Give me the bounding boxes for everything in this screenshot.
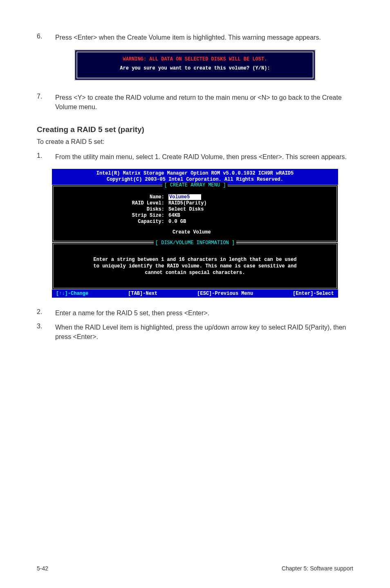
- capacity-value[interactable]: 0.0 GB: [168, 219, 186, 224]
- footer-select: [Enter]-Select: [293, 291, 334, 296]
- step-6: 6. Press <Enter> when the Create Volume …: [37, 33, 353, 42]
- step-number: 7.: [37, 93, 55, 112]
- disk-info-body: Enter a string between 1 and 16 characte…: [54, 249, 336, 288]
- page-footer: 5-42 Chapter 5: Software support: [37, 565, 353, 572]
- create-volume-action[interactable]: Create Volume: [60, 229, 330, 235]
- info-line-1: Enter a string between 1 and 16 characte…: [60, 256, 330, 263]
- step-1: 1. From the utility main menu, select 1.…: [37, 152, 353, 162]
- create-array-body: Name: Volume5 RAID Level: RAID5(Parity) …: [54, 191, 336, 241]
- step-2: 2. Enter a name for the RAID 5 set, then…: [37, 308, 353, 318]
- warning-dialog: WARNING: ALL DATA ON SELECTED DISKS WILL…: [74, 49, 316, 81]
- raid-terminal: Intel(R) Matrix Storage Manager Option R…: [52, 169, 338, 298]
- step-text: From the utility main menu, select 1. Cr…: [55, 152, 347, 162]
- disk-info-title: [ DISK/VOLUME INFORMATION ]: [54, 240, 336, 246]
- chapter-title: Chapter 5: Software support: [282, 565, 353, 572]
- strip-size-value[interactable]: 64KB: [168, 213, 180, 218]
- step-text: When the RAID Level item is highlighted,…: [55, 323, 353, 341]
- step-text: Press <Y> to create the RAID volume and …: [55, 93, 353, 112]
- disk-info-box: [ DISK/VOLUME INFORMATION ] Enter a stri…: [52, 242, 338, 290]
- info-line-3: cannot contain special characters.: [60, 269, 330, 276]
- capacity-label: Capacity:: [60, 219, 168, 224]
- section-heading: Creating a RAID 5 set (parity): [37, 125, 353, 134]
- strip-size-label: Strip Size:: [60, 213, 168, 218]
- footer-next: [TAB]-Next: [128, 291, 157, 296]
- section-subtext: To create a RAID 5 set:: [37, 138, 353, 146]
- step-3: 3. When the RAID Level item is highlight…: [37, 323, 353, 341]
- step-text: Press <Enter> when the Create Volume ite…: [55, 33, 321, 42]
- disks-value[interactable]: Select Disks: [168, 206, 204, 212]
- warning-prompt: Are you sure you want to create this vol…: [83, 65, 307, 71]
- warning-red-text: WARNING: ALL DATA ON SELECTED DISKS WILL…: [83, 56, 307, 62]
- footer-change: [↑↓]-Change: [56, 291, 88, 296]
- create-array-title: [ CREATE ARRAY MENU ]: [54, 182, 336, 188]
- name-input[interactable]: Volume5: [168, 194, 201, 200]
- step-7: 7. Press <Y> to create the RAID volume a…: [37, 93, 353, 112]
- step-number: 6.: [37, 33, 55, 42]
- step-text: Enter a name for the RAID 5 set, then pr…: [55, 308, 209, 318]
- step-number: 1.: [37, 152, 55, 162]
- name-label: Name:: [60, 194, 168, 200]
- raid-level-label: RAID Level:: [60, 200, 168, 206]
- step-number: 2.: [37, 308, 55, 318]
- page-number: 5-42: [37, 565, 48, 572]
- info-line-2: to uniquely identify the RAID volume. Th…: [60, 263, 330, 269]
- raid-footer-bar: [↑↓]-Change [TAB]-Next [ESC]-Previous Me…: [52, 290, 338, 298]
- create-array-box: [ CREATE ARRAY MENU ] Name: Volume5 RAID…: [52, 185, 338, 242]
- step-number: 3.: [37, 323, 55, 341]
- raid-level-value[interactable]: RAID5(Parity): [168, 200, 207, 206]
- warning-content: WARNING: ALL DATA ON SELECTED DISKS WILL…: [77, 52, 313, 78]
- raid-title-line1: Intel(R) Matrix Storage Manager Option R…: [52, 171, 338, 177]
- disks-label: Disks:: [60, 206, 168, 212]
- footer-prev: [ESC]-Previous Menu: [197, 291, 253, 296]
